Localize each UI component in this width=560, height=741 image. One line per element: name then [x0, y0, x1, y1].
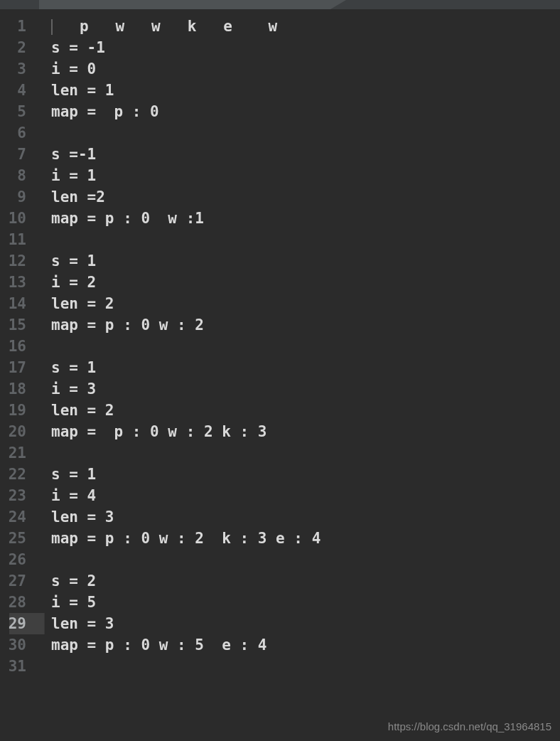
tab-bar — [0, 0, 560, 9]
code-text: len = 3 — [51, 508, 114, 526]
code-text: s =-1 — [51, 146, 96, 163]
line-number: 23 — [0, 485, 33, 506]
code-text: map = p : 0 w : 2 k : 3 e : 4 — [51, 530, 321, 547]
line-number: 4 — [0, 80, 33, 101]
code-text: p w w k e w — [53, 18, 277, 35]
code-text: s = 1 — [51, 252, 96, 270]
code-line[interactable]: map = p : 0 w : 2 — [34, 314, 560, 336]
line-number: 1 — [0, 16, 33, 37]
code-text: s = 2 — [51, 572, 96, 590]
code-editor[interactable]: 1234567891011121314151617181920212223242… — [0, 9, 560, 741]
code-line[interactable]: i = 3 — [34, 378, 560, 400]
active-line-highlight — [9, 613, 45, 634]
code-line[interactable]: s = 1 — [34, 464, 560, 485]
line-number: 27 — [0, 570, 33, 592]
code-line[interactable] — [34, 656, 560, 677]
code-line[interactable] — [34, 336, 560, 357]
line-number: 9 — [0, 186, 33, 208]
line-number: 20 — [0, 421, 33, 442]
code-text: len = 3 — [51, 615, 114, 632]
code-text: len = 2 — [51, 295, 114, 312]
line-number: 21 — [0, 442, 33, 464]
line-number: 25 — [0, 528, 33, 549]
line-number: 16 — [0, 336, 33, 357]
code-text: i = 0 — [51, 60, 96, 78]
line-number: 17 — [0, 357, 33, 378]
line-number: 3 — [0, 58, 33, 80]
line-number: 31 — [0, 656, 33, 677]
code-text: s = -1 — [51, 39, 105, 56]
code-line[interactable] — [34, 442, 560, 464]
code-line[interactable]: map = p : 0 w : 5 e : 4 — [34, 634, 560, 656]
code-line[interactable]: map = p : 0 w :1 — [34, 208, 560, 229]
line-number: 24 — [0, 506, 33, 528]
line-number: 7 — [0, 144, 33, 165]
editor-tab[interactable] — [39, 0, 330, 9]
code-line[interactable]: s = 2 — [34, 570, 560, 592]
code-line[interactable]: len =2 — [34, 186, 560, 208]
code-text: map = p : 0 w :1 — [51, 210, 204, 227]
code-line[interactable]: i = 0 — [34, 58, 560, 80]
line-number: 18 — [0, 378, 33, 400]
code-line[interactable]: i = 1 — [34, 165, 560, 186]
code-text: len = 2 — [51, 402, 114, 419]
line-number: 11 — [0, 229, 33, 250]
code-text: map = p : 0 w : 5 e : 4 — [51, 636, 266, 654]
line-number: 13 — [0, 272, 33, 293]
line-number: 10 — [0, 208, 33, 229]
code-line[interactable]: map = p : 0 w : 2 k : 3 — [34, 421, 560, 442]
code-area[interactable]: p w w k e ws = -1i = 0len = 1map = p : 0… — [34, 9, 560, 741]
code-line[interactable]: len = 3 — [34, 613, 560, 634]
code-line[interactable]: s = -1 — [34, 37, 560, 58]
line-number: 26 — [0, 549, 33, 570]
code-line[interactable]: i = 4 — [34, 485, 560, 506]
code-line[interactable]: s = 1 — [34, 250, 560, 272]
code-text: i = 4 — [51, 487, 96, 504]
code-line[interactable]: map = p : 0 — [34, 101, 560, 122]
code-text: s = 1 — [51, 466, 96, 483]
code-text: i = 1 — [51, 167, 96, 184]
code-text: map = p : 0 — [51, 103, 159, 120]
code-line[interactable]: p w w k e w — [34, 16, 560, 37]
line-number: 8 — [0, 165, 33, 186]
code-line[interactable] — [34, 229, 560, 250]
line-number: 5 — [0, 101, 33, 122]
code-text: i = 3 — [51, 380, 96, 398]
code-line[interactable]: len = 2 — [34, 293, 560, 314]
code-text: map = p : 0 w : 2 — [51, 316, 204, 334]
line-number: 12 — [0, 250, 33, 272]
code-line[interactable]: len = 2 — [34, 400, 560, 421]
code-line[interactable]: i = 5 — [34, 592, 560, 613]
line-number: 28 — [0, 592, 33, 613]
code-text: s = 1 — [51, 359, 96, 376]
line-number: 2 — [0, 37, 33, 58]
code-line[interactable]: len = 1 — [34, 80, 560, 101]
line-number: 30 — [0, 634, 33, 656]
line-number: 22 — [0, 464, 33, 485]
code-line[interactable] — [34, 549, 560, 570]
code-line[interactable]: len = 3 — [34, 506, 560, 528]
line-number: 15 — [0, 314, 33, 336]
code-text: len =2 — [51, 188, 105, 206]
line-number: 19 — [0, 400, 33, 421]
code-text: len = 1 — [51, 82, 114, 99]
code-line[interactable] — [34, 122, 560, 144]
watermark-text: https://blog.csdn.net/qq_31964815 — [388, 720, 551, 732]
line-number: 6 — [0, 122, 33, 144]
code-line[interactable]: map = p : 0 w : 2 k : 3 e : 4 — [34, 528, 560, 549]
code-text: i = 5 — [51, 594, 96, 611]
code-text: i = 2 — [51, 274, 96, 291]
code-text: map = p : 0 w : 2 k : 3 — [51, 423, 266, 440]
code-line[interactable]: s = 1 — [34, 357, 560, 378]
code-line[interactable]: s =-1 — [34, 144, 560, 165]
code-line[interactable]: i = 2 — [34, 272, 560, 293]
line-number: 14 — [0, 293, 33, 314]
